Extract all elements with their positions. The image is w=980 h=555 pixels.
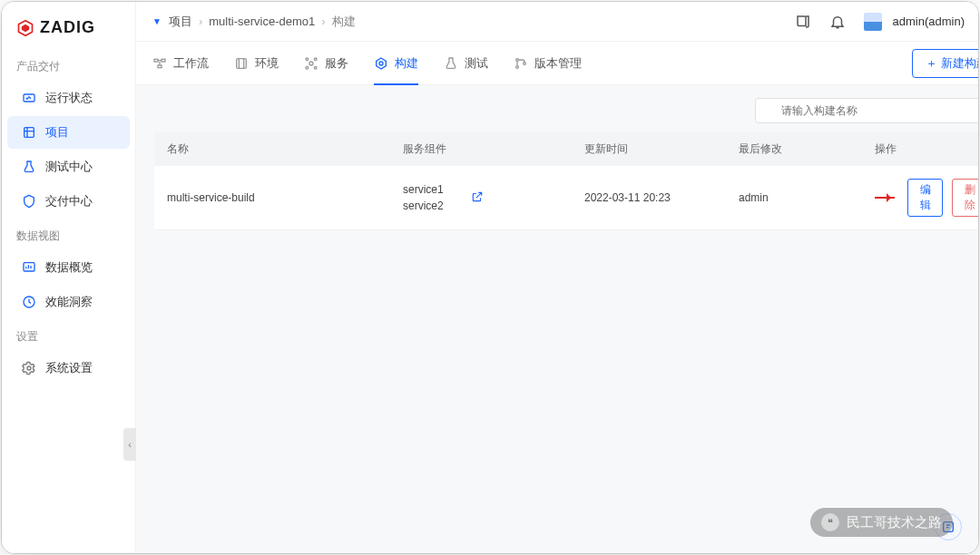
- table-header: 名称 服务组件 更新时间 最后修改 操作: [154, 132, 978, 166]
- sidebar-item-label: 测试中心: [45, 159, 93, 175]
- tab-label: 测试: [465, 55, 488, 72]
- search-input[interactable]: [755, 98, 978, 123]
- zadig-logo-icon: [16, 19, 34, 37]
- new-build-label: 新建构建: [941, 55, 978, 72]
- env-icon: [234, 56, 249, 71]
- content-area: 🔍 名称 服务组件 更新时间 最后修改 操作 multi-service-bui…: [136, 85, 978, 553]
- sidebar-item-label: 系统设置: [45, 360, 93, 376]
- service-icon: [304, 56, 318, 71]
- svg-point-14: [306, 66, 309, 69]
- flask-icon: [444, 56, 458, 71]
- build-icon: [374, 56, 388, 71]
- tab-label: 构建: [395, 55, 418, 72]
- tab-version[interactable]: 版本管理: [514, 42, 582, 84]
- project-tabs: 工作流 环境 服务 构建 测试 版本管理: [136, 42, 978, 85]
- breadcrumb-sep: ›: [199, 15, 202, 28]
- sidebar-item-label: 项目: [45, 124, 69, 141]
- cell-name: multi-service-build: [167, 191, 403, 204]
- cell-services: service1 service2: [403, 181, 584, 214]
- delete-button[interactable]: 删除: [952, 179, 978, 217]
- user-name[interactable]: admin(admin): [893, 15, 965, 28]
- tab-env[interactable]: 环境: [234, 42, 279, 84]
- sidebar-item-project[interactable]: 项目: [7, 116, 130, 149]
- insight-icon: [22, 295, 36, 309]
- sidebar-item-label: 数据概览: [45, 259, 93, 276]
- tab-service[interactable]: 服务: [304, 42, 348, 84]
- svg-point-19: [516, 65, 519, 68]
- svg-point-11: [309, 62, 313, 65]
- sidebar-item-delivery[interactable]: 交付中心: [7, 185, 130, 218]
- sidebar-item-test[interactable]: 测试中心: [7, 151, 130, 183]
- col-ops: 操作: [875, 141, 978, 157]
- sidebar-item-settings[interactable]: 系统设置: [7, 352, 130, 385]
- svg-marker-16: [377, 58, 387, 69]
- overview-icon: [22, 260, 36, 275]
- main-area: ▼ 项目 › multi-service-demo1 › 构建 admin(ad…: [136, 2, 978, 553]
- brand-logo[interactable]: ZADIG: [2, 13, 135, 50]
- side-group-settings: 设置 系统设置: [2, 320, 135, 385]
- tab-label: 工作流: [173, 55, 209, 72]
- col-service: 服务组件: [403, 141, 584, 157]
- svg-rect-2: [24, 94, 34, 102]
- sidebar-item-status[interactable]: 运行状态: [7, 82, 130, 114]
- delivery-icon: [22, 194, 36, 209]
- workflow-icon: [152, 56, 167, 71]
- version-icon: [514, 56, 528, 71]
- breadcrumb-item[interactable]: multi-service-demo1: [209, 15, 315, 28]
- breadcrumb-dropdown-icon[interactable]: ▼: [152, 16, 162, 26]
- sidebar-item-label: 交付中心: [45, 193, 93, 209]
- svg-rect-10: [237, 58, 247, 68]
- topbar: ▼ 项目 › multi-service-demo1 › 构建 admin(ad…: [136, 2, 978, 42]
- test-icon: [22, 160, 36, 174]
- breadcrumb: 项目 › multi-service-demo1 › 构建: [169, 14, 788, 30]
- service-item: service2: [403, 198, 444, 214]
- svg-point-12: [306, 58, 309, 61]
- status-icon: [22, 91, 36, 105]
- col-name: 名称: [167, 141, 403, 157]
- svg-point-13: [314, 58, 317, 61]
- breadcrumb-item[interactable]: 项目: [169, 14, 192, 30]
- cell-updated: 2022-03-11 20:23: [584, 191, 739, 204]
- help-float-button[interactable]: [935, 513, 962, 540]
- sidebar: ZADIG 产品交付 运行状态 项目 测试中心 交付中心 数据视图: [2, 2, 136, 553]
- col-updated: 更新时间: [584, 141, 739, 157]
- svg-point-6: [27, 366, 31, 370]
- side-group-title: 数据视图: [2, 219, 135, 249]
- new-build-button[interactable]: ＋ 新建构建: [912, 49, 978, 78]
- tab-workflow[interactable]: 工作流: [152, 42, 209, 84]
- side-group-title: 设置: [2, 320, 135, 350]
- side-group-title: 产品交付: [2, 50, 135, 80]
- tab-label: 版本管理: [534, 55, 582, 72]
- sidebar-collapse-handle[interactable]: ‹: [123, 428, 136, 461]
- tab-test[interactable]: 测试: [444, 42, 488, 84]
- svg-point-18: [516, 58, 519, 61]
- search-wrap: 🔍: [755, 98, 978, 123]
- cell-ops: 编辑 删除: [875, 179, 978, 217]
- edit-button[interactable]: 编辑: [907, 179, 943, 217]
- settings-icon: [22, 361, 36, 375]
- side-group-delivery: 产品交付 运行状态 项目 测试中心 交付中心: [2, 50, 135, 218]
- build-table: 名称 服务组件 更新时间 最后修改 操作 multi-service-build…: [154, 132, 978, 230]
- topbar-actions: admin(admin) ⋮: [795, 13, 978, 31]
- annotation-arrow-icon: [875, 197, 895, 199]
- bell-icon[interactable]: [829, 14, 846, 30]
- svg-rect-8: [162, 59, 165, 62]
- tab-label: 环境: [255, 55, 279, 72]
- tab-build[interactable]: 构建: [374, 42, 418, 84]
- sidebar-item-insight[interactable]: 效能洞察: [7, 286, 130, 318]
- external-link-icon[interactable]: [471, 190, 484, 206]
- svg-marker-1: [22, 24, 29, 31]
- svg-point-15: [314, 66, 317, 69]
- cell-modifier: admin: [739, 191, 875, 204]
- table-row: multi-service-build service1 service2 20…: [154, 166, 978, 230]
- tab-label: 服务: [325, 55, 348, 72]
- sidebar-item-overview[interactable]: 数据概览: [7, 251, 130, 284]
- breadcrumb-sep: ›: [321, 15, 325, 28]
- brand-text: ZADIG: [40, 18, 95, 37]
- plus-icon: ＋: [926, 55, 937, 72]
- avatar[interactable]: [864, 13, 882, 31]
- svg-point-17: [379, 62, 383, 65]
- docs-icon[interactable]: [795, 14, 811, 30]
- breadcrumb-item-current: 构建: [332, 14, 356, 30]
- svg-rect-7: [154, 59, 158, 62]
